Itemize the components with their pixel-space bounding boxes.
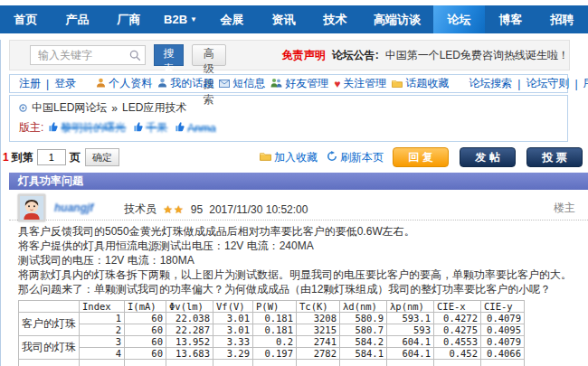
register-link[interactable]: 注册	[19, 76, 41, 91]
folder-icon	[392, 78, 403, 90]
nav-item-7[interactable]: 技术	[309, 5, 361, 33]
nav-item-1[interactable]: 首页	[0, 5, 52, 33]
table-cell: 2782	[297, 348, 340, 360]
table-cell: 3.01	[213, 313, 253, 324]
add-favorite-link[interactable]: 加入收藏	[260, 150, 318, 165]
envelope-icon	[219, 78, 230, 90]
author-username[interactable]: huangjf	[54, 202, 93, 214]
post-header: huangjf 技术员 ★★ 95 2017/11/30 10:52:00 楼主	[9, 190, 588, 221]
moderator-link-1[interactable]: 黎明前的曙光	[61, 120, 126, 136]
table-cell: 0.181	[253, 324, 297, 336]
divider: |	[517, 78, 520, 90]
advanced-search-button[interactable]: 高级搜索	[192, 44, 226, 66]
table-cell	[481, 360, 525, 366]
messages-link[interactable]: 短信息	[219, 76, 265, 91]
table-cell	[253, 360, 297, 366]
divider: |	[46, 78, 49, 90]
post-paragraph-1: 具客户反馈我司的5050金黄光灯珠做成成品后相对功率要比客户的要低0.6W左右。	[18, 224, 579, 239]
nav-item-9[interactable]: 论坛	[433, 5, 485, 33]
login-link[interactable]: 登录	[54, 76, 76, 91]
vote-button[interactable]: 投 票	[526, 147, 583, 167]
post-paragraph-2: 将客户提供的灯具用恒流电源测试出电压：12V 电流：240MA	[18, 239, 579, 253]
nav-item-3[interactable]: 厂商	[103, 5, 155, 33]
moderator-item: 黎明前的曙光	[49, 120, 126, 136]
friend-management-link[interactable]: 好友管理	[270, 76, 328, 91]
moderator-link-2[interactable]: 千果	[146, 120, 167, 136]
table-header-9: CIE-x	[434, 301, 481, 313]
search-panel: 搜索 高级搜索 免责声明 论坛公告: 中国第一个LED免费咨询热线诞生啦！	[9, 40, 570, 70]
table-cell: 593.1	[387, 313, 434, 324]
refresh-page-label: 刷新本页	[340, 150, 384, 165]
my-topics-link[interactable]: 我的话题	[157, 76, 213, 91]
goto-page-input[interactable]	[37, 149, 66, 165]
person-icon	[96, 78, 106, 90]
topic-favorites-label: 话题收藏	[405, 76, 449, 91]
nav-item-8[interactable]: 高端访谈	[361, 5, 433, 33]
forum-rules-link[interactable]: 论坛守则	[526, 76, 569, 91]
table-cell: 1	[80, 313, 125, 324]
table-cell: 60	[125, 336, 166, 348]
table-cell	[387, 360, 434, 366]
table-cell: 13.952	[166, 336, 213, 348]
breadcrumb-category[interactable]: LED应用技术	[122, 100, 186, 116]
table-row: 26022.2873.010.1813215580.75930.42750.40…	[19, 324, 525, 336]
measurement-table: IndexI(mA)Φv(lm)Vf(V)P(W)Tc(K)λd(nm)λp(n…	[18, 300, 525, 366]
thread-title: 灯具功率问题	[18, 174, 83, 189]
nav-item-5[interactable]: 会展	[206, 5, 258, 33]
topic-favorites-link[interactable]: 话题收藏	[392, 76, 449, 91]
search-button[interactable]: 搜索	[154, 44, 184, 66]
thread-title-bar: 灯具功率问题	[9, 173, 588, 190]
post-paragraph-4: 将两款灯具内的灯珠各拆下两颗，以上图片为测试数据。明显我司的电压要比客户的要高，…	[18, 267, 579, 296]
table-cell: 3208	[297, 313, 340, 324]
search-box	[30, 45, 146, 65]
table-cell: 2741	[297, 336, 340, 348]
rank-stars-icon: ★★	[163, 203, 185, 216]
table-header-10: CIE-y	[481, 301, 525, 313]
table-cell: 604.1	[387, 348, 434, 360]
refresh-page-link[interactable]: 刷新本页	[327, 150, 384, 165]
divider: |	[574, 78, 577, 90]
table-cell: 13.683	[166, 348, 213, 360]
moderators-label: 版主:	[19, 120, 43, 136]
chevron-down-icon: ▼	[190, 15, 197, 23]
nav-item-10[interactable]: 博客	[485, 5, 536, 33]
thumb-up-icon	[134, 122, 143, 135]
goto-confirm-button[interactable]: 确定	[85, 148, 119, 166]
forum-page: 首页产品厂商B2B▼会展资讯技术高端访谈论坛博客招聘 搜索 高级搜索 免责声明 …	[0, 5, 588, 366]
table-cell: 2	[80, 324, 125, 336]
refresh-icon	[327, 151, 337, 164]
disclaimer-link[interactable]: 免责声明	[282, 48, 326, 63]
nav-item-11[interactable]: 招聘	[536, 5, 588, 33]
table-cell: 0.4553	[434, 336, 481, 348]
table-cell: 0.181	[253, 313, 297, 324]
search-input[interactable]	[30, 45, 146, 65]
user-toolbar: 注册 | 登录 个人资料 我的话题 短信息 好友管理 ♥ 关注管理	[9, 74, 568, 93]
forum-search-link[interactable]: 论坛搜索	[469, 76, 512, 91]
new-post-button[interactable]: 发 帖	[460, 147, 516, 167]
table-cell: 604.1	[387, 336, 434, 348]
page-number-link[interactable]: 1	[3, 151, 9, 164]
table-cell: 3.29	[213, 348, 253, 360]
table-header-7: λd(nm)	[340, 301, 387, 313]
table-cell: 3215	[297, 324, 340, 336]
post-meta: 技术员 ★★ 95 2017/11/30 10:52:00	[124, 202, 308, 217]
user-rights-link[interactable]: 用户权限	[583, 76, 588, 91]
follow-management-link[interactable]: ♥ 关注管理	[334, 76, 386, 91]
table-empty-row	[19, 360, 525, 366]
avatar	[18, 194, 45, 221]
folder-icon	[260, 151, 271, 164]
nav-item-2[interactable]: 产品	[52, 5, 103, 33]
reply-button[interactable]: 回 复	[393, 147, 449, 167]
table-header-6: Tc(K)	[297, 301, 340, 313]
nav-item-4[interactable]: B2B▼	[155, 5, 206, 33]
moderator-link-3[interactable]: Anma	[187, 122, 215, 135]
thumb-up-icon	[49, 122, 58, 135]
breadcrumb: 中国LED网论坛 » LED应用技术	[19, 100, 558, 116]
post-time: 2017/11/30 10:52:00	[209, 203, 308, 216]
breadcrumb-forum-root[interactable]: 中国LED网论坛	[32, 100, 107, 116]
profile-link[interactable]: 个人资料	[96, 76, 152, 91]
bullet-icon	[19, 102, 27, 115]
nav-item-6[interactable]: 资讯	[258, 5, 309, 33]
table-cell: 580.9	[340, 313, 387, 324]
table-header-2: I(mA)	[125, 301, 166, 313]
